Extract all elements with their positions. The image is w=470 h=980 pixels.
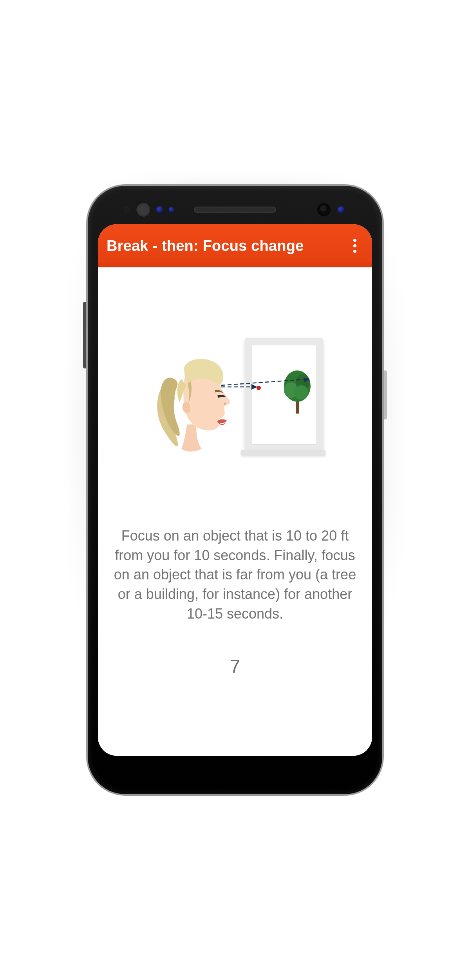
- svg-line-8: [221, 379, 309, 385]
- app-bar-title: Break - then: Focus change: [107, 238, 304, 254]
- dots-vertical-icon: [353, 239, 357, 253]
- device-mockup: Break - then: Focus change: [86, 184, 384, 796]
- svg-point-0: [353, 239, 356, 242]
- exercise-instruction-text: Focus on an object that is 10 to 20 ft f…: [108, 526, 362, 623]
- app-screen: Break - then: Focus change: [98, 224, 372, 756]
- app-bar: Break - then: Focus change: [98, 224, 372, 267]
- svg-point-1: [353, 244, 356, 247]
- near-focus-point-icon: [257, 386, 261, 390]
- countdown-timer: 7: [98, 655, 372, 677]
- exercise-content: Focus on an object that is 10 to 20 ft f…: [98, 267, 372, 756]
- overflow-menu-button[interactable]: [346, 237, 363, 254]
- person-profile-icon: [153, 352, 237, 461]
- device-power-button: [383, 370, 387, 419]
- svg-point-2: [353, 250, 356, 253]
- windowsill-icon: [241, 450, 325, 456]
- exercise-illustration: [147, 336, 323, 465]
- sight-lines-icon: [221, 378, 315, 394]
